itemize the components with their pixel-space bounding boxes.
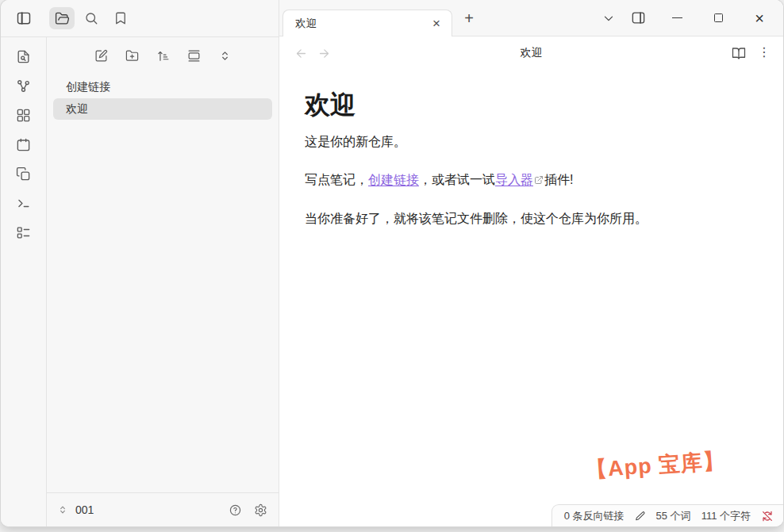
graph-icon [16, 78, 31, 94]
sidebar-tab-files[interactable] [49, 7, 75, 29]
sync-off-icon [761, 510, 774, 522]
vault-name: 001 [75, 503, 94, 516]
note-paragraph-1[interactable]: 这是你的新仓库。 [305, 133, 748, 151]
square-pen-icon [94, 49, 108, 63]
navigate-forward-button[interactable] [317, 47, 331, 60]
insert-template-button[interactable] [14, 164, 33, 183]
left-ribbon [1, 0, 47, 526]
minimize-button[interactable] [667, 8, 687, 29]
word-count: 55 个词 [656, 509, 691, 523]
sync-error-button[interactable] [761, 510, 774, 522]
file-name: 欢迎 [66, 102, 88, 117]
note-paragraph-3[interactable]: 当你准备好了，就将该笔记文件删除，使这个仓库为你所用。 [305, 210, 748, 228]
pencil-icon [635, 511, 646, 522]
file-search-icon [16, 49, 31, 64]
sidebar-tab-switcher [47, 0, 279, 36]
left-sidebar: 创建链接 欢迎 001 [47, 0, 279, 526]
navigate-back-button[interactable] [294, 47, 308, 60]
more-options-button[interactable]: ⋮ [758, 46, 771, 60]
tab-list-button[interactable] [601, 11, 616, 25]
minimize-icon [672, 17, 682, 18]
backlinks-count[interactable]: 0 条反向链接 [564, 509, 625, 523]
settings-button[interactable] [254, 503, 267, 517]
gallery-vertical-button[interactable] [183, 46, 204, 65]
folder-icon [55, 11, 70, 26]
help-button[interactable] [229, 503, 242, 517]
daily-note-button[interactable] [14, 135, 33, 154]
help-circle-icon [229, 503, 242, 517]
note-paragraph-2[interactable]: 写点笔记，创建链接，或者试一试导入器插件! [305, 171, 748, 189]
gear-icon [254, 503, 267, 517]
sort-order-button[interactable] [152, 46, 173, 65]
file-item[interactable]: 创建链接 [53, 76, 272, 98]
toggle-right-sidebar-button[interactable] [631, 10, 646, 25]
new-tab-button[interactable]: + [458, 7, 480, 29]
vault-switcher[interactable]: 001 [57, 503, 94, 516]
list-todo-icon [16, 225, 31, 240]
external-link-importer[interactable]: 导入器 [495, 173, 533, 186]
file-item-selected[interactable]: 欢迎 [53, 98, 272, 120]
terminal-icon [16, 196, 31, 211]
new-folder-button[interactable] [121, 46, 142, 65]
tab-title: 欢迎 [295, 17, 317, 31]
maximize-button[interactable] [708, 8, 728, 29]
tab-close-button[interactable]: × [428, 15, 445, 33]
vault-row: 001 [47, 492, 279, 526]
chevrons-up-down-icon [218, 49, 232, 63]
sort-asc-icon [156, 49, 170, 63]
edit-mode-indicator[interactable] [635, 511, 646, 522]
reading-mode-button[interactable] [732, 46, 746, 60]
note-heading[interactable]: 欢迎 [305, 89, 748, 121]
chevron-down-icon [601, 11, 616, 25]
char-count: 111 个字符 [701, 509, 751, 523]
tab-welcome[interactable]: 欢迎 × [282, 10, 452, 36]
text-run: 插件! [544, 173, 573, 186]
calendar-icon [16, 137, 31, 152]
canvas-button[interactable] [14, 105, 33, 124]
status-bar: 0 条反向链接 55 个词 111 个字符 [551, 504, 783, 526]
main-area: 欢迎 × + × 欢迎 [279, 0, 783, 526]
toggle-left-sidebar-button[interactable] [14, 9, 33, 28]
text-run: ，或者试一试 [419, 173, 495, 186]
file-name: 创建链接 [66, 80, 110, 94]
view-header: 欢迎 ⋮ [279, 36, 783, 70]
text-run: 写点笔记， [305, 173, 368, 186]
arrow-right-icon [317, 47, 331, 60]
internal-link-create-link[interactable]: 创建链接 [368, 173, 419, 186]
sidebar-left-icon [16, 10, 32, 26]
quick-switcher-button[interactable] [14, 47, 33, 66]
layout-grid-icon [16, 108, 31, 123]
book-open-icon [732, 46, 746, 60]
sidebar-tab-bookmarks[interactable] [108, 7, 133, 29]
note-editor[interactable]: 欢迎 这是你的新仓库。 写点笔记，创建链接，或者试一试导入器插件! 当你准备好了… [279, 70, 783, 526]
sidebar-tab-search[interactable] [79, 7, 104, 29]
obsidian-window: 创建链接 欢迎 001 [1, 0, 783, 526]
arrow-left-icon [294, 47, 308, 60]
tab-bar: 欢迎 × + × [279, 0, 783, 36]
chevrons-up-down-icon [57, 504, 68, 515]
search-icon [84, 11, 98, 25]
new-note-button[interactable] [90, 46, 111, 65]
maximize-icon [714, 13, 723, 22]
list-todo-button[interactable] [14, 223, 33, 242]
graph-view-button[interactable] [14, 76, 33, 95]
close-window-button[interactable]: × [749, 8, 770, 29]
file-explorer-toolbar [47, 37, 279, 71]
copy-icon [16, 166, 31, 182]
sidebar-right-icon [631, 10, 646, 25]
external-link-icon [534, 175, 544, 185]
command-palette-button[interactable] [14, 193, 33, 212]
collapse-all-button[interactable] [214, 46, 235, 65]
gallery-vertical-icon [187, 49, 201, 63]
close-icon: × [755, 10, 764, 26]
file-explorer-list: 创建链接 欢迎 [47, 71, 279, 492]
bookmark-icon [113, 11, 128, 25]
view-title: 欢迎 [331, 46, 732, 60]
folder-plus-icon [125, 49, 139, 63]
